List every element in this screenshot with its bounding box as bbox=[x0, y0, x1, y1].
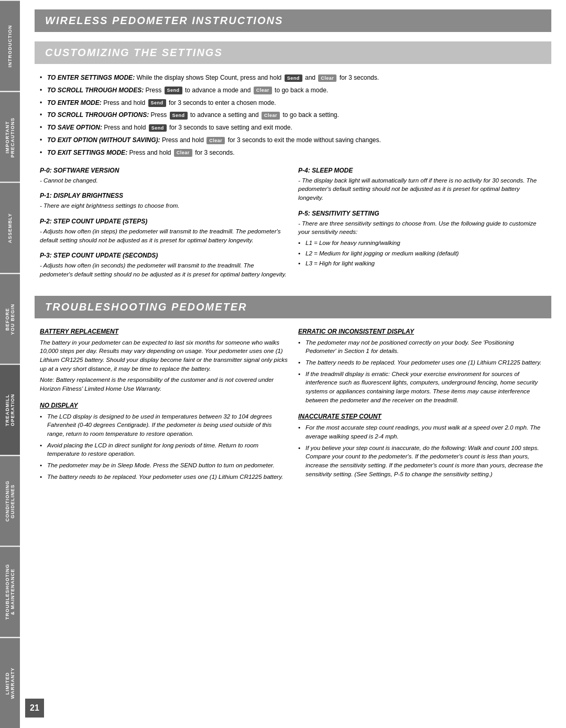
list-item: TO ENTER SETTINGS MODE: While the displa… bbox=[40, 73, 546, 82]
settings-right-column: P-4: SLEEP MODE - The display back light… bbox=[298, 167, 546, 286]
sidebar-item-troubleshooting-maintenance[interactable]: TROUBLESHOOTING& MAINTENANCE bbox=[0, 546, 20, 637]
send-badge: Send bbox=[165, 87, 182, 94]
sidebar-item-conditioning-guidelines[interactable]: CONDITIONINGGUIDELINES bbox=[0, 455, 20, 547]
send-badge: Send bbox=[148, 99, 166, 107]
trouble-left-column: BATTERY REPLACEMENT The battery in your … bbox=[40, 328, 288, 490]
list-item: TO SCROLL THROUGH OPTIONS: Press Send to… bbox=[40, 111, 546, 120]
list-item: The LCD display is designed to be used i… bbox=[40, 412, 288, 438]
list-item: The pedometer may be in Sleep Mode. Pres… bbox=[40, 461, 288, 470]
setting-p0: P-0: SOFTWARE VERSION - Cannot be change… bbox=[40, 167, 288, 185]
settings-columns: P-0: SOFTWARE VERSION - Cannot be change… bbox=[35, 167, 551, 286]
list-item: TO EXIT OPTION (WITHOUT SAVING): Press a… bbox=[40, 136, 546, 145]
list-item: The battery needs to be replaced. Your p… bbox=[298, 358, 546, 367]
trouble-inaccurate-step: INACCURATE STEP COUNT For the most accur… bbox=[298, 413, 546, 478]
sidebar-item-before-you-begin[interactable]: BEFOREYOU BEGIN bbox=[0, 273, 20, 365]
settings-bullets-list: TO ENTER SETTINGS MODE: While the displa… bbox=[35, 73, 551, 157]
trouble-right-column: ERRATIC OR INCONSISTENT DISPLAY The pedo… bbox=[298, 328, 546, 490]
clear-badge: Clear bbox=[254, 87, 272, 94]
trouble-battery: BATTERY REPLACEMENT The battery in your … bbox=[40, 328, 288, 393]
setting-p3: P-3: STEP COUNT UPDATE (SECONDS) - Adjus… bbox=[40, 252, 288, 279]
clear-badge: Clear bbox=[262, 112, 280, 120]
setting-p2: P-2: STEP COUNT UPDATE (STEPS) - Adjusts… bbox=[40, 218, 288, 244]
trouble-no-display: NO DISPLAY The LCD display is designed t… bbox=[40, 402, 288, 481]
send-badge: Send bbox=[170, 112, 188, 120]
list-item: L1 = Low for heavy running/walking bbox=[298, 239, 546, 248]
clear-badge: Clear bbox=[318, 74, 336, 82]
settings-left-column: P-0: SOFTWARE VERSION - Cannot be change… bbox=[40, 167, 288, 286]
clear-badge: Clear bbox=[206, 137, 225, 145]
sidebar-item-treadmill-operation[interactable]: TREADMILLOPERATION bbox=[0, 364, 20, 455]
list-item: The battery needs to be replaced. Your p… bbox=[40, 473, 288, 481]
list-item: TO EXIT SETTINGS MODE: Press and hold Cl… bbox=[40, 148, 546, 157]
sidebar-item-introduction[interactable]: INTRODUCTION bbox=[0, 0, 20, 91]
setting-p4: P-4: SLEEP MODE - The display back light… bbox=[298, 167, 546, 202]
sidebar-item-assembly[interactable]: ASSEMBLY bbox=[0, 182, 20, 273]
setting-p5: P-5: SENSITIVITY SETTING - There are thr… bbox=[298, 210, 546, 268]
sidebar-item-limited-warranty[interactable]: LIMITEDWARRANTY bbox=[0, 637, 20, 729]
send-badge: Send bbox=[285, 74, 302, 82]
page-number: 21 bbox=[25, 699, 44, 718]
clear-badge: Clear bbox=[174, 149, 192, 157]
list-item: TO SCROLL THROUGH MODES: Press Send to a… bbox=[40, 86, 546, 95]
side-navigation: INTRODUCTION IMPORTANTPRECAUTIONS ASSEMB… bbox=[0, 0, 20, 728]
list-item: L3 = High for light walking bbox=[298, 259, 546, 268]
customizing-title: CUSTOMIZING THE SETTINGS bbox=[35, 41, 551, 64]
trouble-erratic-display: ERRATIC OR INCONSISTENT DISPLAY The pedo… bbox=[298, 328, 546, 405]
list-item: TO ENTER MODE: Press and hold Send for 3… bbox=[40, 99, 546, 108]
list-item: If you believe your step count is inaccu… bbox=[298, 444, 546, 479]
send-badge: Send bbox=[149, 124, 167, 132]
sidebar-item-important-precautions[interactable]: IMPORTANTPRECAUTIONS bbox=[0, 91, 20, 183]
list-item: TO SAVE OPTION: Press and hold Send for … bbox=[40, 123, 546, 132]
main-content: WIRELESS PEDOMETER INSTRUCTIONS CUSTOMIZ… bbox=[20, 9, 566, 504]
list-item: For the most accurate step count reading… bbox=[298, 423, 546, 441]
list-item: If the treadmill display is erratic: Che… bbox=[298, 370, 546, 405]
main-title: WIRELESS PEDOMETER INSTRUCTIONS bbox=[35, 9, 551, 32]
troubleshooting-title: TROUBLESHOOTING PEDOMETER bbox=[35, 296, 551, 318]
troubleshooting-columns: BATTERY REPLACEMENT The battery in your … bbox=[35, 328, 551, 490]
list-item: Avoid placing the LCD in direct sunlight… bbox=[40, 441, 288, 458]
setting-p1: P-1: DISPLAY BRIGHTNESS - There are eigh… bbox=[40, 192, 288, 210]
list-item: The pedometer may not be positioned corr… bbox=[298, 338, 546, 356]
list-item: L2 = Medium for light jogging or medium … bbox=[298, 249, 546, 258]
